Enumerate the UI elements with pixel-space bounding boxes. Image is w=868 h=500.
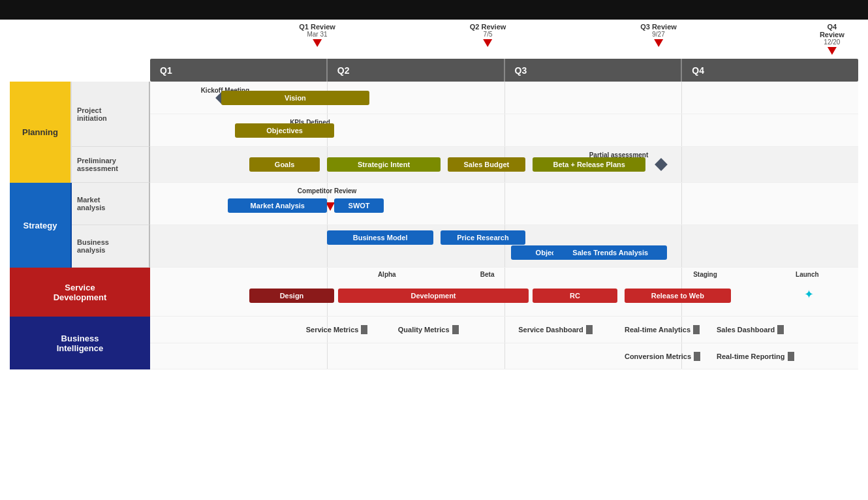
project-initiation-row1: Kickoff Meeting Vision [150, 82, 858, 114]
realtime-analytics-item: Real-time Analytics [625, 325, 700, 334]
realtime-reporting-label: Real-time Reporting [717, 352, 785, 360]
q3-header: Q3 [505, 59, 683, 82]
service-dev-left: ServiceDevelopment [10, 268, 150, 317]
strategy-gantt: Competitor Review Market Analysis SWOT [150, 183, 858, 268]
q2-header: Q2 [328, 59, 505, 82]
sales-trends-bar: Sales Trends Analysis [553, 245, 667, 260]
project-initiation-label: Projectinitiation [72, 82, 150, 147]
service-dashboard-label: Service Dashboard [518, 326, 583, 334]
q4-review-arrow [828, 47, 837, 55]
objectives-bar: Objectives [235, 123, 334, 138]
beta-release-bar: Beta + Release Plans [533, 157, 646, 172]
business-model-bar: Business Model [327, 230, 433, 245]
preliminary-assessment-label: Preliminaryassessment [72, 147, 150, 183]
service-dashboard-item: Service Dashboard [518, 325, 593, 334]
biz-intel-group-label: BusinessIntelligence [10, 317, 150, 369]
staging-label: Staging [693, 271, 717, 278]
conversion-metrics-label: Conversion Metrics [625, 352, 691, 360]
service-dev-gantt: Alpha ✦ Beta ✦ Staging ✦ Launch ✦ Design… [150, 268, 858, 317]
realtime-analytics-label: Real-time Analytics [625, 326, 690, 334]
q3-review-arrow [654, 39, 663, 47]
sales-dashboard-label: Sales Dashboard [717, 326, 775, 334]
q2-review-label: Q2 Review [470, 23, 506, 31]
service-dev-group-label: ServiceDevelopment [10, 268, 150, 317]
rc-bar: RC [533, 289, 617, 303]
launch-star: ✦ [804, 287, 814, 302]
q3-review-date: 9/27 [640, 31, 677, 38]
competitor-review-label: Competitor Review [298, 187, 357, 195]
q4-review-label: Q4 Review [819, 23, 845, 39]
realtime-reporting-icon [788, 352, 794, 361]
partial-assessment-diamond [655, 158, 668, 171]
review-markers-row: Q1 Review Mar 31 Q2 Review 7/5 Q3 Review… [150, 23, 858, 59]
bi-row2: Conversion Metrics Real-time Reporting [150, 343, 858, 369]
q4-review-date: 12/20 [819, 39, 845, 46]
bi-row1: Service Metrics Quality Metrics Service … [150, 317, 858, 343]
design-bar: Design [249, 289, 334, 303]
q4-review-marker: Q4 Review 12/20 [819, 23, 845, 55]
quality-metrics-label: Quality Metrics [398, 326, 450, 334]
biz-intel-gantt: Service Metrics Quality Metrics Service … [150, 317, 858, 369]
top-bar [0, 0, 868, 20]
q1-review-label: Q1 Review [299, 23, 335, 31]
conversion-metrics-icon [694, 352, 700, 361]
biz-intel-left: BusinessIntelligence [10, 317, 150, 369]
strategic-intent-bar: Strategic Intent [327, 157, 441, 172]
planning-sub-labels: Projectinitiation Preliminaryassessment [72, 82, 150, 183]
service-development-group: ServiceDevelopment Alpha ✦ Beta ✦ Stagin… [10, 268, 858, 317]
q1-review-date: Mar 31 [299, 31, 335, 38]
goals-bar: Goals [249, 157, 320, 172]
q4-header: Q4 [682, 59, 858, 82]
beta-label: Beta [480, 271, 495, 278]
q3-review-marker: Q3 Review 9/27 [640, 23, 677, 47]
service-dashboard-icon [586, 325, 593, 334]
service-metrics-icon [361, 325, 367, 334]
q1-review-arrow [313, 39, 322, 47]
business-analysis-row: Business Model Price Research Objectives… [150, 225, 858, 268]
q2-review-date: 7/5 [470, 31, 506, 38]
project-initiation-row2: KPIs Defined Objectives [150, 114, 858, 147]
price-research-bar: Price Research [441, 230, 525, 245]
market-analysis-row: Competitor Review Market Analysis SWOT [150, 183, 858, 225]
q3-review-label: Q3 Review [640, 23, 677, 31]
strategy-left: Strategy Marketanalysis Businessanalysis [10, 183, 150, 268]
realtime-reporting-item: Real-time Reporting [717, 352, 794, 361]
strategy-sub-labels: Marketanalysis Businessanalysis [72, 183, 150, 268]
quality-metrics-icon [452, 325, 459, 334]
planning-left: Planning Projectinitiation Preliminaryas… [10, 82, 150, 183]
q1-review-marker: Q1 Review Mar 31 [299, 23, 335, 47]
development-bar: Development [338, 289, 529, 303]
business-intelligence-group: BusinessIntelligence Service Metrics [10, 317, 858, 369]
q2-review-arrow [484, 39, 493, 47]
planning-group: Planning Projectinitiation Preliminaryas… [10, 82, 858, 183]
quarter-header-bar: Q1 Q2 Q3 Q4 [150, 59, 858, 82]
business-analysis-label: Businessanalysis [72, 225, 150, 268]
quality-metrics-item: Quality Metrics [398, 325, 459, 334]
planning-gantt: Kickoff Meeting Vision KPIs Defined [150, 82, 858, 183]
launch-label: Launch [796, 271, 819, 278]
market-analysis-label: Marketanalysis [72, 183, 150, 225]
planning-group-label: Planning [10, 82, 72, 183]
sales-dashboard-icon [777, 325, 784, 334]
sales-budget-bar: Sales Budget [448, 157, 525, 172]
market-analysis-bar: Market Analysis [228, 198, 327, 213]
preliminary-assessment-row: Partial assessment Goals Strategic Inten… [150, 147, 858, 183]
strategy-group: Strategy Marketanalysis Businessanalysis… [10, 183, 858, 268]
service-metrics-item: Service Metrics [306, 325, 368, 334]
swot-bar: SWOT [334, 198, 384, 213]
realtime-analytics-icon [693, 325, 700, 334]
release-to-web-bar: Release to Web [625, 289, 731, 303]
conversion-metrics-item: Conversion Metrics [625, 352, 700, 361]
q2-review-marker: Q2 Review 7/5 [470, 23, 506, 47]
service-metrics-label: Service Metrics [306, 326, 359, 334]
vision-bar: Vision [221, 91, 370, 105]
strategy-group-label: Strategy [10, 183, 72, 268]
alpha-label: Alpha [378, 271, 396, 278]
q1-header: Q1 [150, 59, 328, 82]
sales-dashboard-item: Sales Dashboard [717, 325, 784, 334]
